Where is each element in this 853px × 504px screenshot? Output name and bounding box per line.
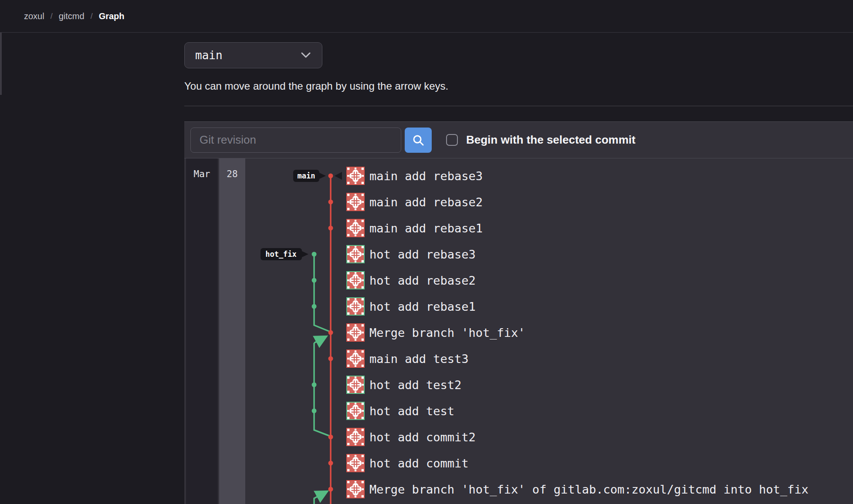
commit-list: main add rebase3 main add rebase2 main a… (184, 158, 853, 504)
commit-message[interactable]: hot add test2 (369, 378, 461, 392)
identicon-avatar-icon (347, 429, 364, 445)
breadcrumb-owner-link[interactable]: zoxul (24, 11, 44, 21)
graph-area: Mar 28 (184, 158, 853, 504)
begin-with-selected-commit-checkbox[interactable] (446, 134, 458, 146)
commit-message[interactable]: main add rebase1 (369, 222, 483, 235)
commit-row[interactable]: hot add commit2 (184, 428, 853, 446)
commit-author-avatar (346, 167, 365, 185)
identicon-avatar-icon (347, 246, 364, 262)
commit-author-avatar (346, 428, 365, 446)
identicon-avatar-icon (347, 350, 364, 367)
commit-author-avatar (346, 402, 365, 420)
search-icon (412, 134, 425, 147)
header: zoxul / gitcmd / Graph (0, 0, 853, 33)
commit-row[interactable]: hot add commit (184, 454, 853, 472)
left-scrollbar-thumb[interactable] (0, 33, 2, 95)
commit-row[interactable]: hot add rebase2 (184, 271, 853, 289)
branch-selector-value: main (195, 49, 223, 62)
commit-author-avatar (346, 323, 365, 342)
network-graph-panel: Begin with the selected commit Mar 28 (184, 121, 853, 504)
commit-message[interactable]: main add test3 (369, 352, 469, 366)
commit-message[interactable]: Merge branch 'hot_fix' (369, 326, 525, 339)
commit-author-avatar (346, 349, 365, 368)
graph-toolbar: Begin with the selected commit (184, 122, 853, 158)
commit-author-avatar (346, 219, 365, 237)
commit-message[interactable]: hot add rebase3 (369, 248, 476, 261)
commit-author-avatar (346, 297, 365, 316)
commit-row[interactable]: Merge branch 'hot_fix' of gitlab.com:zox… (184, 480, 853, 498)
identicon-avatar-icon (347, 481, 364, 497)
commit-row[interactable]: main add test3 (184, 349, 853, 368)
commit-row[interactable]: Merge branch 'hot_fix' (184, 323, 853, 342)
commit-message[interactable]: main add rebase3 (369, 169, 483, 183)
identicon-avatar-icon (347, 324, 364, 341)
commit-author-avatar (346, 245, 365, 263)
content-divider (184, 106, 853, 106)
search-button[interactable] (405, 128, 432, 153)
commit-row[interactable]: main add rebase2 (184, 193, 853, 211)
commit-author-avatar (346, 376, 365, 394)
commit-author-avatar (346, 480, 365, 498)
identicon-avatar-icon (347, 455, 364, 471)
commit-row[interactable]: hot add test2 (184, 376, 853, 394)
commit-row[interactable]: hot add rebase3 (184, 245, 853, 263)
git-revision-input[interactable] (190, 128, 401, 153)
breadcrumb-separator: / (91, 12, 93, 21)
commit-message[interactable]: hot add commit (369, 457, 469, 470)
commit-row[interactable]: main add rebase1 (184, 219, 853, 237)
identicon-avatar-icon (347, 194, 364, 210)
commit-message[interactable]: hot add rebase1 (369, 300, 476, 313)
breadcrumb: zoxul / gitcmd / Graph (24, 11, 125, 21)
commit-row[interactable]: hot add test (184, 402, 853, 420)
commit-row[interactable]: hot add rebase1 (184, 297, 853, 316)
breadcrumb-project-link[interactable]: gitcmd (59, 11, 85, 21)
identicon-avatar-icon (347, 298, 364, 315)
gitlab-network-graph-page: zoxul / gitcmd / Graph main You can move… (0, 0, 853, 504)
commit-message[interactable]: hot add test (369, 404, 454, 418)
commit-row[interactable]: main add rebase3 (184, 167, 853, 185)
breadcrumb-current-page: Graph (99, 11, 125, 21)
identicon-avatar-icon (347, 220, 364, 236)
identicon-avatar-icon (347, 272, 364, 289)
begin-with-selected-commit-label[interactable]: Begin with the selected commit (466, 133, 636, 147)
breadcrumb-separator: / (51, 12, 53, 21)
commit-message[interactable]: hot add rebase2 (369, 274, 476, 287)
commit-author-avatar (346, 271, 365, 289)
commit-message[interactable]: Merge branch 'hot_fix' of gitlab.com:zox… (369, 483, 809, 496)
identicon-avatar-icon (347, 403, 364, 419)
commit-message[interactable]: hot add commit2 (369, 430, 476, 444)
graph-content: main You can move around the graph by us… (184, 33, 853, 504)
commit-author-avatar (346, 193, 365, 211)
graph-hint-text: You can move around the graph by using t… (184, 80, 853, 93)
chevron-down-icon (301, 52, 311, 58)
identicon-avatar-icon (347, 168, 364, 184)
commit-author-avatar (346, 454, 365, 472)
identicon-avatar-icon (347, 376, 364, 393)
branch-selector-dropdown[interactable]: main (184, 42, 322, 68)
commit-message[interactable]: main add rebase2 (369, 195, 483, 209)
